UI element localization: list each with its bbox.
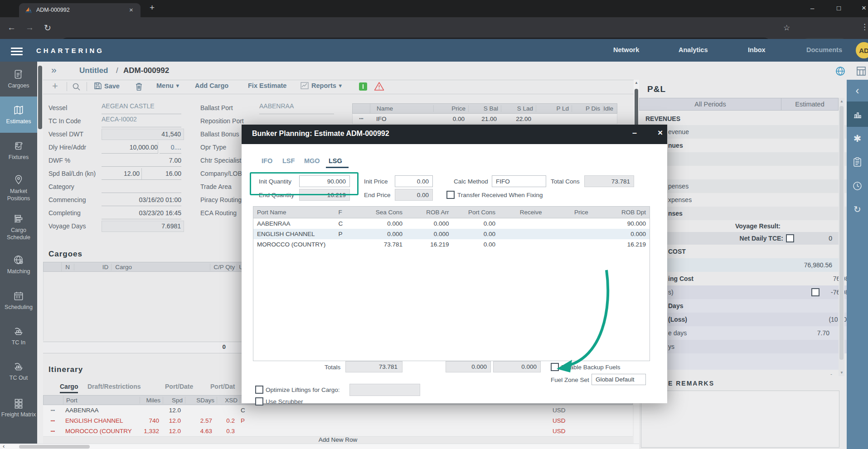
dwf-field[interactable]: 7.00 xyxy=(102,155,181,167)
scroll-down-icon[interactable]: ▼ xyxy=(840,371,844,375)
row-more-icon[interactable]: ••• xyxy=(43,408,63,413)
pnl-row[interactable] xyxy=(639,152,868,166)
sidebar-item-fixtures[interactable]: Fixtures xyxy=(0,133,37,168)
modal-tab-mgo[interactable]: MGO xyxy=(304,157,320,164)
pnl-row[interactable]: (Loss)(10,000.00) xyxy=(639,313,868,326)
scroll-up-icon[interactable]: ▲ xyxy=(635,81,638,85)
pnl-row[interactable]: ys7.70 xyxy=(639,340,868,353)
tab-port-date-2[interactable]: Port/Dat xyxy=(210,383,235,390)
tab-draft-restrictions[interactable]: Draft/Restrictions xyxy=(87,383,141,390)
pnl-scrollbar[interactable]: ▲ ▼ xyxy=(839,98,844,376)
estimate-remarks-box[interactable] xyxy=(641,391,839,448)
modal-minimize-icon[interactable]: – xyxy=(632,128,637,138)
content-left-scrollbar[interactable] xyxy=(37,63,43,444)
pnl-col-estimated[interactable]: Estimated xyxy=(781,101,838,108)
optimize-liftings-input[interactable] xyxy=(349,384,420,396)
bookmark-star-icon[interactable]: ☆ xyxy=(783,23,790,33)
nav-analytics[interactable]: Analytics xyxy=(679,46,708,53)
row-more-icon[interactable]: ••• xyxy=(353,116,370,121)
breadcrumb-untitled[interactable]: Untitled xyxy=(79,66,108,75)
pnl-row[interactable]: nues xyxy=(639,139,868,152)
completing-field[interactable]: 03/23/20 16:45 xyxy=(102,208,181,219)
row-more-icon[interactable]: ••• xyxy=(43,429,63,434)
nav-inbox[interactable]: Inbox xyxy=(748,46,766,53)
browser-tab[interactable]: ADM-000992 × xyxy=(19,3,141,17)
validation-warning-icon[interactable] xyxy=(374,82,384,91)
fuel-grid-row[interactable]: ••• IFO 0.00 21.00 22.00 xyxy=(352,114,617,124)
itinerary-row[interactable]: ••• MOROCCO (COUNTRY 1,332 12.0 4.63 0.3… xyxy=(43,426,633,437)
pnl-row[interactable]: evenue xyxy=(639,125,868,139)
delete-icon[interactable] xyxy=(135,82,143,91)
window-close-icon[interactable]: × xyxy=(862,4,866,13)
pnl-row[interactable]: e days7.70 xyxy=(639,326,868,340)
pnl-view-icon[interactable] xyxy=(847,101,868,127)
pnl-checkbox[interactable] xyxy=(811,288,820,296)
modal-tab-ifo[interactable]: IFO xyxy=(262,157,272,164)
scroll-up-icon[interactable]: ▲ xyxy=(840,99,844,103)
sidebar-item-market-positions[interactable]: Market Positions xyxy=(0,168,37,208)
back-icon[interactable]: ← xyxy=(7,23,16,33)
pnl-row[interactable]: xpenses xyxy=(639,193,868,207)
sidebar-item-scheduling[interactable]: Scheduling xyxy=(0,283,37,318)
tc-in-code-field[interactable]: AECA-I0002 xyxy=(102,116,181,127)
add-icon[interactable]: + xyxy=(52,80,58,92)
save-button[interactable]: Save xyxy=(94,82,120,90)
category-field[interactable] xyxy=(102,181,181,193)
vessel-field[interactable]: AEGEAN CASTLE xyxy=(102,102,181,114)
globe-icon[interactable] xyxy=(835,66,846,77)
sidebar-item-matching[interactable]: Matching xyxy=(0,246,37,283)
refresh-icon[interactable]: ↻ xyxy=(847,198,868,221)
modal-close-icon[interactable]: × xyxy=(658,128,663,138)
sidebar-item-estimates[interactable]: Estimates xyxy=(0,97,37,133)
reload-icon[interactable]: ↻ xyxy=(44,23,51,33)
daily-hire-field[interactable]: 10,000.00 xyxy=(102,142,158,154)
sidebar-item-tc-in[interactable]: TC In xyxy=(0,318,37,353)
sidebar-item-freight-matrix[interactable]: Freight Matrix xyxy=(0,389,37,427)
bunker-row[interactable]: ENGLISH CHANNELP 0.0000.000 0.00 0.000 xyxy=(253,229,650,239)
modal-header[interactable]: Bunker Planning: Estimate ADM-000992 – × xyxy=(242,125,667,144)
sidebar-item-tc-out[interactable]: TC Out xyxy=(0,353,37,389)
nav-documents[interactable]: Documents xyxy=(806,46,842,53)
clipboard-icon[interactable] xyxy=(847,150,868,174)
init-price-input[interactable]: 0.00 xyxy=(395,175,433,187)
settings-gear-icon[interactable]: ✱ xyxy=(847,127,868,150)
pnl-col-period[interactable]: All Periods xyxy=(640,98,781,110)
window-maximize-icon[interactable]: □ xyxy=(837,4,841,12)
forward-icon[interactable]: → xyxy=(25,23,34,33)
layout-grid-icon[interactable] xyxy=(856,66,866,76)
bunker-row[interactable]: MOROCCO (COUNTRY) 73.78116.219 0.00 16.2… xyxy=(253,239,650,250)
speed-ballast-field[interactable]: 12.00 xyxy=(102,168,142,180)
reports-button[interactable]: Reports▾ xyxy=(301,82,342,89)
menu-button[interactable]: Menu▾ xyxy=(156,82,179,89)
calc-method-select[interactable]: FIFO xyxy=(492,175,546,187)
pnl-row[interactable] xyxy=(639,166,868,179)
transfer-received-checkbox[interactable] xyxy=(446,191,455,199)
nav-network[interactable]: Network xyxy=(613,46,639,53)
cargoes-empty-body[interactable] xyxy=(43,272,244,341)
ballast-port-field[interactable]: AABENRAA xyxy=(259,102,334,114)
add-cargo-button[interactable]: Add Cargo xyxy=(195,82,228,89)
pnl-row[interactable]: 76,980.56 xyxy=(639,258,839,272)
bunker-row[interactable]: AABENRAAC 0.0000.000 0.00 90.000 xyxy=(253,218,650,229)
avatar[interactable]: AD xyxy=(856,42,868,58)
tab-port-date[interactable]: Port/Date xyxy=(165,383,193,390)
addr-commission-field[interactable]: 0.... xyxy=(160,142,181,154)
hscroll-left-icon[interactable]: ‹ xyxy=(3,443,5,449)
modal-tab-lsg[interactable]: LSG xyxy=(329,157,342,164)
tab-cargo[interactable]: Cargo xyxy=(60,383,78,393)
pnl-row[interactable]: penses xyxy=(639,179,868,193)
window-minimize-icon[interactable]: – xyxy=(810,4,814,12)
itinerary-row[interactable]: ••• ENGLISH CHANNEL 740 12.0 2.57 0.2 P … xyxy=(43,415,633,426)
speed-laden-field[interactable]: 16.00 xyxy=(141,168,181,180)
expand-breadcrumb-icon[interactable]: » xyxy=(51,64,57,75)
optimize-liftings-checkbox[interactable] xyxy=(255,386,263,394)
sidebar-item-cargo-schedule[interactable]: Cargo Schedule xyxy=(0,208,37,246)
sidebar-item-cargoes[interactable]: Cargoes xyxy=(0,62,37,97)
pnl-row[interactable]: nses xyxy=(639,207,868,220)
browser-menu-icon[interactable]: ⋮ xyxy=(861,22,868,32)
hamburger-menu-icon[interactable] xyxy=(11,46,23,57)
row-more-icon[interactable]: ••• xyxy=(43,419,63,423)
itinerary-row[interactable]: ••• AABENRAA 12.0 C USD xyxy=(43,405,633,416)
modal-tab-lsf[interactable]: LSF xyxy=(282,157,295,164)
locked-status-icon[interactable] xyxy=(359,82,367,91)
